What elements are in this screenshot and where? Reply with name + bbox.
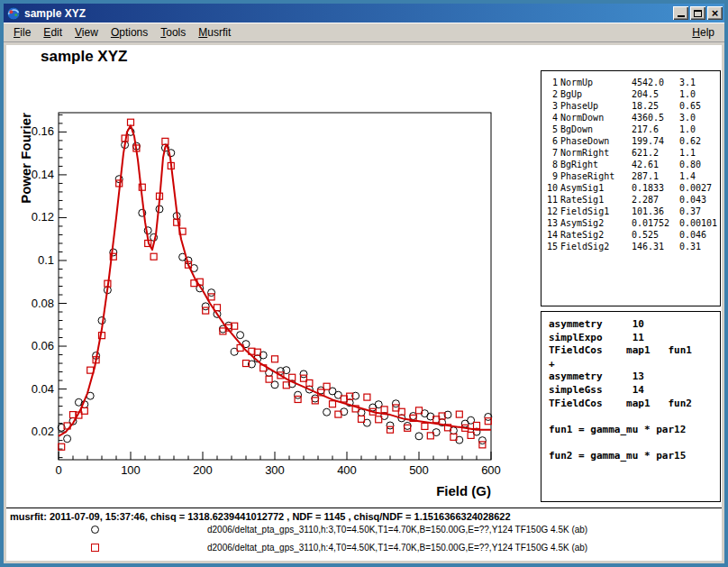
theory-line [549, 436, 720, 450]
y-tick-label: 0.12 [32, 210, 54, 224]
parameter-num: 15 [545, 241, 558, 252]
window-title: sample XYZ [24, 7, 671, 20]
menu-view[interactable]: View [68, 24, 105, 41]
menu-help[interactable]: Help [686, 24, 721, 41]
parameter-name: FieldSig1 [560, 206, 629, 217]
theory-line: TFieldCos map1 fun2 [549, 398, 720, 411]
y-tick-label: 0.04 [32, 382, 54, 396]
parameter-error: 0.37 [679, 206, 718, 217]
series-squares [59, 119, 492, 450]
legend-entry: d2006/deltat_pta_gps_3110,h:3,T0=4.50K,T… [6, 522, 722, 538]
x-tick-label: 300 [265, 463, 285, 477]
parameter-name: BgDown [560, 123, 629, 135]
parameter-value: 199.74 [632, 135, 677, 147]
parameter-error: 0.62 [679, 135, 718, 147]
parameter-error: 3.1 [679, 77, 718, 88]
parameter-value: 0.525 [632, 229, 677, 241]
y-tick-label: 0.02 [32, 425, 54, 438]
parameter-error: 1.1 [679, 147, 718, 159]
parameter-value: 4360.5 [632, 112, 677, 123]
theory-line: fun2 = gamma_mu * par15 [549, 450, 720, 463]
parameter-name: PhaseDown [560, 135, 629, 147]
theory-line [549, 410, 720, 424]
parameter-value: 18.25 [632, 100, 677, 112]
parameter-num: 12 [545, 206, 558, 217]
parameter-name: NormRight [560, 147, 629, 159]
parameter-row: 2BgUp204.51.0 [545, 88, 718, 100]
parameter-row: 11RateSig12.2870.043 [545, 194, 718, 206]
parameter-error: 0.80 [679, 159, 718, 170]
parameter-row: 14RateSig20.5250.046 [545, 229, 718, 241]
minimize-icon [678, 15, 685, 17]
parameter-error: 0.046 [679, 229, 718, 241]
y-axis-title: Power Fourier [18, 113, 33, 204]
x-tick-label: 400 [337, 463, 357, 477]
parameter-value: 42.61 [632, 159, 677, 170]
minimize-button[interactable] [673, 6, 688, 20]
parameter-name: RateSig1 [560, 194, 629, 206]
parameter-num: 9 [545, 170, 558, 182]
close-button[interactable]: × [707, 6, 723, 20]
square-marker-icon [91, 544, 99, 552]
x-tick-label: 500 [409, 463, 429, 477]
stats-separator-line [6, 508, 722, 508]
menu-edit[interactable]: Edit [37, 24, 68, 41]
x-axis: 0100200300400500600 [55, 452, 500, 477]
parameter-row: 15FieldSig2146.310.31 [545, 241, 718, 252]
parameter-value: 621.2 [632, 147, 677, 159]
parameter-name: AsymSig2 [560, 217, 629, 229]
parameter-row: 9PhaseRight287.11.4 [545, 170, 718, 182]
parameter-error: 0.31 [679, 241, 718, 252]
parameter-row: 3PhaseUp18.250.65 [545, 100, 718, 112]
app-window: sample XYZ × FileEditViewOptionsToolsMus… [0, 0, 728, 567]
x-tick-label: 200 [193, 463, 213, 477]
parameter-num: 8 [545, 159, 558, 170]
theory-box: asymmetry 10simplExpo 11TFieldCos map1 f… [541, 311, 721, 502]
parameter-row: 10AsymSig10.18330.0027 [545, 182, 718, 194]
parameter-error: 0.65 [679, 100, 718, 112]
menubar-right: Help [686, 24, 721, 41]
close-icon: × [712, 8, 719, 18]
parameter-row: 8BgRight42.610.80 [545, 159, 718, 170]
parameter-row: 12FieldSig1101.360.37 [545, 206, 718, 217]
parameter-num: 5 [545, 123, 558, 135]
parameter-name: NormUp [560, 77, 629, 88]
menu-file[interactable]: File [7, 24, 37, 41]
plot-frame [59, 113, 491, 460]
theory-line: simplExpo 11 [549, 332, 720, 345]
series-circles [58, 128, 492, 444]
fit-status-line: musrfit: 2011-07-09, 15:37:46, chisq = 1… [10, 511, 511, 522]
parameter-error: 3.0 [679, 112, 718, 123]
parameter-error: 0.00101 [679, 217, 718, 229]
parameter-name: RateSig2 [560, 229, 629, 241]
y-axis: 0.020.040.060.080.10.120.140.16 [32, 114, 67, 457]
x-axis-title: Field (G) [436, 483, 491, 498]
app-icon [6, 6, 21, 21]
parameter-value: 0.01752 [632, 217, 677, 229]
parameter-box: 1NormUp4542.03.12BgUp204.51.03PhaseUp18.… [541, 70, 721, 306]
y-tick-label: 0.16 [32, 124, 54, 138]
parameter-name: PhaseUp [560, 100, 629, 112]
titlebar[interactable]: sample XYZ × [4, 4, 724, 23]
canvas[interactable]: sample XYZ 01002003004005006000.020.040.… [6, 45, 722, 561]
parameter-value: 0.1833 [632, 182, 677, 194]
parameter-num: 2 [545, 88, 558, 100]
theory-line: asymmetry 10 [549, 318, 720, 332]
menu-musrfit[interactable]: Musrfit [192, 24, 237, 41]
x-tick-label: 100 [121, 463, 141, 477]
menu-tools[interactable]: Tools [154, 24, 192, 41]
parameter-value: 101.36 [632, 206, 677, 217]
parameter-row: 13AsymSig20.017520.00101 [545, 217, 718, 229]
y-tick-label: 0.14 [32, 168, 54, 181]
maximize-button[interactable] [690, 6, 705, 20]
parameter-error: 1.0 [679, 88, 718, 100]
y-tick-label: 0.06 [32, 339, 54, 352]
legend-entry: d2006/deltat_pta_gps_3110,h:4,T0=4.50K,T… [6, 540, 722, 556]
parameter-value: 217.6 [632, 123, 677, 135]
x-tick-label: 0 [55, 463, 61, 477]
parameter-row: 1NormUp4542.03.1 [545, 77, 718, 88]
parameter-error: 0.043 [679, 194, 718, 206]
menu-options[interactable]: Options [105, 24, 154, 41]
parameter-num: 10 [545, 182, 558, 194]
y-tick-label: 0.08 [32, 297, 54, 310]
